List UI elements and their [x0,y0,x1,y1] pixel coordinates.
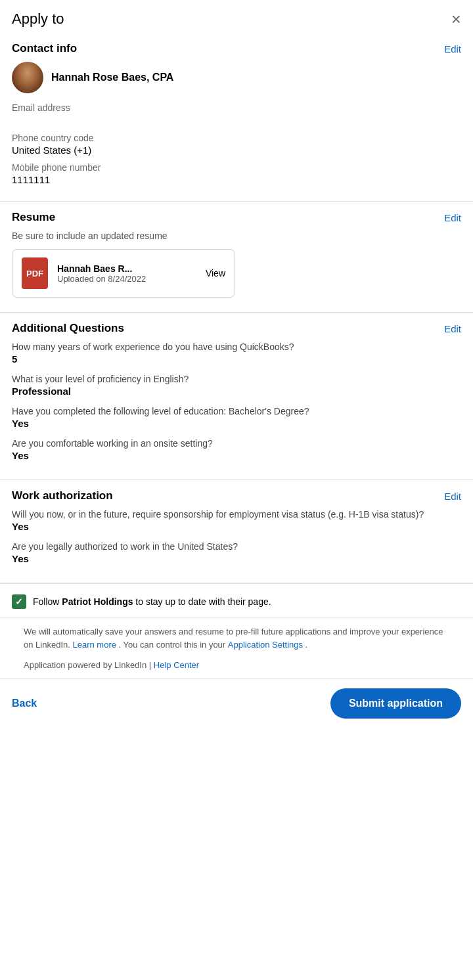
resume-description: Be sure to include an updated resume [12,231,461,241]
phone-country-label: Phone country code [12,133,461,143]
additional-questions-header: Additional Questions Edit [12,322,461,335]
contact-info-header: Contact info Edit [0,35,473,55]
pdf-name: Hannah Baes R... [57,263,196,274]
qa-item: Are you legally authorized to work in th… [12,541,461,564]
qa-answer: Yes [12,450,461,461]
pdf-card: PDF Hannah Baes R... Uploaded on 8/24/20… [12,249,235,298]
qa-answer: Yes [12,521,461,532]
contact-info-edit-link[interactable]: Edit [444,43,461,55]
resume-title: Resume [12,211,55,224]
resume-section: Resume Edit Be sure to include an update… [0,202,473,313]
user-name: Hannah Rose Baes, CPA [51,72,173,83]
qa-item: Have you completed the following level o… [12,406,461,429]
back-button[interactable]: Back [12,698,37,709]
qa-answer: Professional [12,386,461,397]
mobile-value: 1111111 [12,174,461,185]
work-authorization-section: Work authorization Edit Will you now, or… [0,480,473,583]
additional-questions-title: Additional Questions [12,322,124,335]
follow-checkbox[interactable] [12,594,26,609]
submit-application-button[interactable]: Submit application [330,688,461,719]
pdf-date: Uploaded on 8/24/2022 [57,274,196,284]
additional-questions-edit-link[interactable]: Edit [444,323,461,334]
qa-answer: Yes [12,418,461,429]
qa-question: Have you completed the following level o… [12,406,461,416]
phone-country-value: United States (+1) [12,145,461,156]
follow-text: Follow Patriot Holdings to stay up to da… [33,596,271,607]
autosave-info: We will automatically save your answers … [12,625,461,655]
contact-info-title: Contact info [12,42,77,55]
application-settings-link[interactable]: Application Settings [228,640,303,650]
page-title: Apply to [12,11,64,28]
pdf-info: Hannah Baes R... Uploaded on 8/24/2022 [57,263,196,284]
email-label: Email address [12,102,461,113]
contact-fields: Email address Phone country code United … [0,102,473,201]
additional-questions-section: Additional Questions Edit How many years… [0,313,473,480]
qa-question: Will you now, or in the future, require … [12,509,461,520]
pdf-icon: PDF [22,257,48,289]
resume-edit-link[interactable]: Edit [444,212,461,223]
follow-section: Follow Patriot Holdings to stay up to da… [0,584,473,617]
qa-answer: 5 [12,353,461,365]
user-row: Hannah Rose Baes, CPA [0,55,473,102]
work-auth-header: Work authorization Edit [12,489,461,502]
info-block: We will automatically save your answers … [0,617,473,679]
qa-question: How many years of work experience do you… [12,342,461,352]
qa-item: What is your level of proficiency in Eng… [12,374,461,397]
qa-item: Are you comfortable working in an onsite… [12,438,461,461]
qa-item: How many years of work experience do you… [12,342,461,365]
qa-item: Will you now, or in the future, require … [12,509,461,532]
mobile-label: Mobile phone number [12,162,461,173]
qa-question: Are you comfortable working in an onsite… [12,438,461,449]
footer-bar: Back Submit application [0,679,473,728]
qa-question: Are you legally authorized to work in th… [12,541,461,552]
work-auth-title: Work authorization [12,489,113,502]
pdf-view-button[interactable]: View [206,268,225,278]
email-value [12,114,461,126]
resume-header: Resume Edit [12,211,461,224]
powered-by: Application powered by LinkedIn | Help C… [12,659,461,676]
qa-question: What is your level of proficiency in Eng… [12,374,461,384]
learn-more-link[interactable]: Learn more [72,640,116,650]
header: Apply to × [0,0,473,35]
qa-answer: Yes [12,553,461,564]
close-button[interactable]: × [451,11,461,28]
avatar [12,62,43,93]
help-center-link[interactable]: Help Center [154,660,199,670]
work-auth-edit-link[interactable]: Edit [444,491,461,502]
